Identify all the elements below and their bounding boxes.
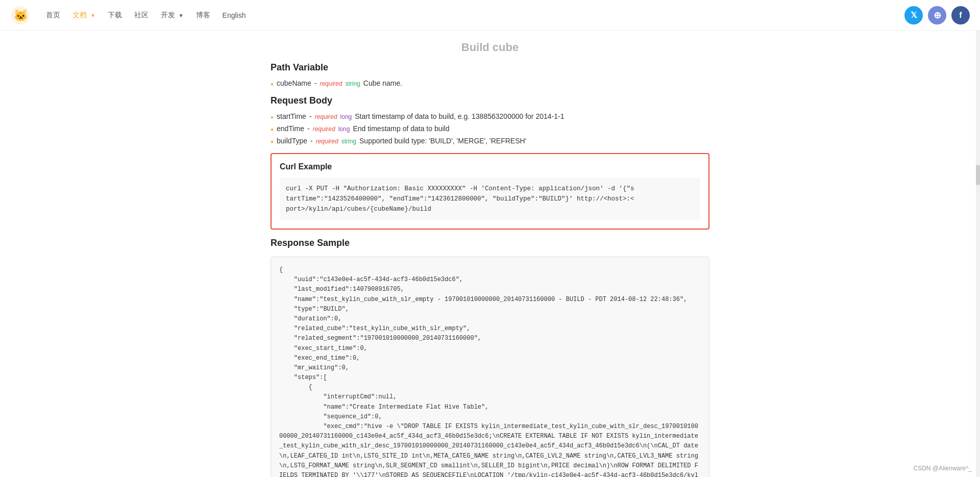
csdn-watermark: CSDN @Alienware^_: [913, 465, 972, 472]
nav-community[interactable]: 社区: [134, 11, 149, 20]
param-dash-3: -: [307, 124, 310, 133]
param-type-4: string: [341, 138, 356, 145]
curl-example-title: Curl Example: [280, 162, 700, 171]
param-build-type-name: buildType: [277, 137, 307, 145]
request-body-item-2: buildType - required string Supported bu…: [271, 137, 709, 145]
param-end-time-name: endTime: [277, 124, 304, 133]
twitter-icon: 𝕏: [911, 10, 917, 20]
curl-example-box: Curl Example curl -X PUT -H "Authorizati…: [271, 153, 709, 230]
scrollbar-thumb[interactable]: [976, 165, 980, 185]
discord-button[interactable]: ⊕: [928, 6, 946, 24]
param-desc-1: Cube name.: [363, 79, 402, 87]
dev-dropdown-icon: ▼: [179, 13, 184, 18]
param-required-4: required: [316, 138, 338, 145]
param-type-1: string: [345, 80, 360, 87]
param-desc-4: Supported build type: 'BUILD', 'MERGE', …: [359, 137, 526, 145]
page-title: Build cube: [271, 41, 709, 54]
logo[interactable]: 🐱: [10, 5, 31, 26]
main-nav: 首页 文档 ▼ 下载 社区 开发 ▼ 博客 English: [46, 11, 246, 20]
facebook-icon: f: [959, 11, 962, 20]
header: 🐱 首页 文档 ▼ 下载 社区 开发 ▼ 博客 English 𝕏 ⊕: [0, 0, 980, 31]
header-left: 🐱 首页 文档 ▼ 下载 社区 开发 ▼ 博客 English: [10, 5, 246, 26]
nav-docs[interactable]: 文档 ▼: [72, 11, 95, 20]
nav-english[interactable]: English: [223, 11, 246, 19]
param-required-3: required: [313, 125, 335, 133]
path-variable-item: cubeName - required string Cube name.: [271, 79, 709, 87]
twitter-button[interactable]: 𝕏: [904, 6, 923, 24]
param-desc-2: Start timestamp of data to build, e.g. 1…: [355, 112, 564, 120]
curl-example-code: curl -X PUT -H "Authorization: Basic XXX…: [280, 178, 700, 220]
header-right: 𝕏 ⊕ f: [904, 6, 970, 24]
param-cube-name: cubeName: [277, 79, 311, 87]
path-variable-heading: Path Variable: [271, 62, 709, 73]
response-sample-heading: Response Sample: [271, 238, 709, 248]
param-required-1: required: [320, 80, 342, 87]
param-type-3: long: [338, 125, 350, 133]
request-body-list: startTime - required long Start timestam…: [271, 112, 709, 145]
param-desc-3: End timestamp of data to build: [353, 124, 449, 133]
request-body-heading: Request Body: [271, 95, 709, 106]
facebook-button[interactable]: f: [951, 6, 970, 24]
nav-blog[interactable]: 博客: [196, 11, 210, 20]
param-dash-2: -: [309, 112, 312, 120]
param-dash-1: -: [314, 79, 317, 87]
response-sample-box: { "uuid":"c143e0e4-ac5f-434d-acf3-46b0d1…: [271, 257, 709, 477]
scrollbar-track[interactable]: [976, 31, 980, 477]
response-sample-code: { "uuid":"c143e0e4-ac5f-434d-acf3-46b0d1…: [279, 265, 701, 477]
nav-dev[interactable]: 开发 ▼: [161, 11, 184, 20]
param-start-time-name: startTime: [277, 112, 306, 120]
docs-dropdown-icon: ▼: [90, 13, 95, 18]
request-body-item-0: startTime - required long Start timestam…: [271, 112, 709, 120]
discord-icon: ⊕: [934, 10, 941, 21]
param-required-2: required: [315, 113, 337, 120]
path-variable-list: cubeName - required string Cube name.: [271, 79, 709, 87]
param-type-2: long: [340, 113, 352, 120]
main-content: Build cube Path Variable cubeName - requ…: [260, 31, 720, 477]
nav-home[interactable]: 首页: [46, 11, 60, 20]
nav-download[interactable]: 下载: [108, 11, 122, 20]
svg-text:🐱: 🐱: [14, 8, 28, 22]
request-body-item-1: endTime - required long End timestamp of…: [271, 124, 709, 133]
param-dash-4: -: [310, 137, 313, 145]
